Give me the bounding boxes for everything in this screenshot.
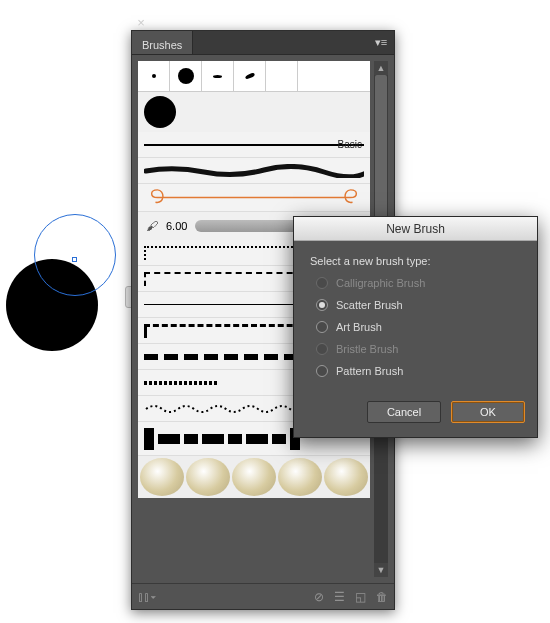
options-icon[interactable]: ☰: [334, 590, 345, 604]
preset-row-shapes: [138, 61, 370, 92]
dialog-body: Select a new brush type: Calligraphic Br…: [294, 241, 537, 387]
radio-label: Scatter Brush: [336, 299, 403, 311]
selected-brush-preview[interactable]: [138, 92, 370, 132]
radio-scatter-brush[interactable]: Scatter Brush: [316, 299, 521, 311]
panel-close-button[interactable]: ×: [132, 13, 150, 31]
panel-header: Brushes ▾≡: [132, 31, 394, 55]
brush-basic[interactable]: Basic: [138, 132, 370, 158]
libraries-icon[interactable]: ⫿⫿▾: [138, 590, 156, 604]
radio-indicator: [316, 343, 328, 355]
radio-calligraphic-brush: Calligraphic Brush: [316, 277, 521, 289]
panel-footer: ⫿⫿▾ ⊘ ☰ ◱ 🗑: [132, 583, 394, 609]
preset-dot-large[interactable]: [170, 61, 202, 91]
radio-label: Art Brush: [336, 321, 382, 333]
panel-tab-brushes[interactable]: Brushes: [132, 31, 193, 54]
radio-pattern-brush[interactable]: Pattern Brush: [316, 365, 521, 377]
bristle-icon: 🖌: [146, 219, 158, 233]
radio-label: Pattern Brush: [336, 365, 403, 377]
cancel-button[interactable]: Cancel: [367, 401, 441, 423]
radio-indicator[interactable]: [316, 321, 328, 333]
dialog-buttons: Cancel OK: [294, 387, 537, 437]
scroll-up-icon[interactable]: ▲: [374, 61, 388, 75]
orange-swirl-icon: [144, 184, 364, 211]
radio-art-brush[interactable]: Art Brush: [316, 321, 521, 333]
scroll-down-icon[interactable]: ▼: [374, 563, 388, 577]
brush-type-radio-group: Calligraphic BrushScatter BrushArt Brush…: [310, 277, 521, 377]
texture-thumb[interactable]: [278, 458, 322, 496]
panel-menu-button[interactable]: ▾≡: [368, 31, 394, 54]
charcoal-stroke-icon: [144, 164, 364, 178]
delete-icon[interactable]: 🗑: [376, 590, 388, 604]
radio-bristle-brush: Bristle Brush: [316, 343, 521, 355]
brush-basic-label: Basic: [338, 139, 362, 150]
radio-indicator[interactable]: [316, 299, 328, 311]
preset-oval-thin[interactable]: [202, 61, 234, 91]
brush-texture-thumbs[interactable]: [138, 456, 370, 498]
dialog-title-text: New Brush: [386, 222, 445, 236]
menu-icon: ▾≡: [375, 36, 387, 49]
texture-thumb[interactable]: [186, 458, 230, 496]
anchor-point[interactable]: [72, 257, 77, 262]
new-brush-icon[interactable]: ◱: [355, 590, 366, 604]
texture-thumb[interactable]: [140, 458, 184, 496]
preset-dot-small[interactable]: [138, 61, 170, 91]
radio-label: Calligraphic Brush: [336, 277, 425, 289]
selection-outline[interactable]: [34, 214, 116, 296]
texture-thumb[interactable]: [232, 458, 276, 496]
brush-decorative-orange[interactable]: [138, 184, 370, 212]
brush-charcoal[interactable]: [138, 158, 370, 184]
preset-oval-angled[interactable]: [234, 61, 266, 91]
ok-button[interactable]: OK: [451, 401, 525, 423]
dialog-title: New Brush: [294, 217, 537, 241]
radio-label: Bristle Brush: [336, 343, 398, 355]
texture-thumb[interactable]: [324, 458, 368, 496]
remove-stroke-icon[interactable]: ⊘: [314, 590, 324, 604]
radio-indicator[interactable]: [316, 365, 328, 377]
dialog-prompt: Select a new brush type:: [310, 255, 521, 267]
new-brush-dialog: New Brush Select a new brush type: Calli…: [293, 216, 538, 438]
radio-indicator: [316, 277, 328, 289]
bristle-size-value: 6.00: [166, 220, 187, 232]
preset-empty[interactable]: [266, 61, 298, 91]
